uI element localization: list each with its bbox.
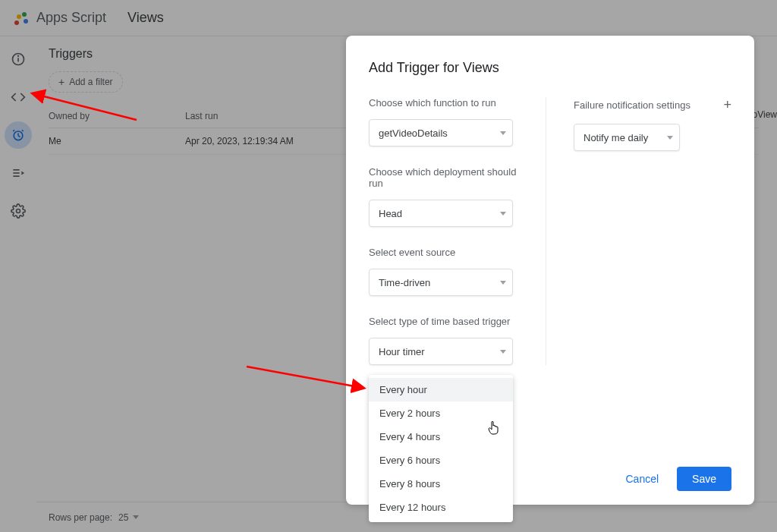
overview-nav[interactable] — [5, 46, 32, 73]
event-source-label: Select event source — [369, 247, 518, 258]
add-trigger-modal: Add Trigger for Views Choose which funct… — [346, 36, 754, 505]
event-source-value: Time-driven — [379, 277, 430, 288]
chevron-down-icon — [500, 212, 506, 216]
save-button[interactable]: Save — [677, 467, 731, 491]
svg-line-9 — [18, 136, 20, 137]
rows-per-page-value: 25 — [118, 512, 128, 523]
left-sidebar — [0, 36, 36, 532]
col-owner-header: Owned by — [49, 111, 185, 121]
app-logo: Apps Script — [12, 9, 106, 27]
trigger-type-select[interactable]: Hour timer — [369, 338, 513, 365]
interval-option[interactable]: Every 8 hours — [369, 472, 513, 496]
editor-nav[interactable] — [5, 83, 32, 111]
deployment-select[interactable]: Head — [369, 200, 513, 227]
cell-owner: Me — [49, 136, 185, 146]
event-source-select[interactable]: Time-driven — [369, 269, 513, 296]
chevron-down-icon — [133, 515, 139, 519]
chevron-down-icon — [500, 350, 506, 354]
svg-point-1 — [17, 14, 21, 19]
executions-icon — [11, 165, 26, 181]
settings-nav[interactable] — [5, 197, 32, 225]
trigger-type-value: Hour timer — [379, 346, 425, 357]
triggers-nav[interactable] — [5, 121, 32, 149]
deployment-value: Head — [379, 208, 402, 219]
failure-notif-value: Notify me daily — [584, 132, 648, 143]
plus-icon: + — [58, 76, 64, 88]
svg-line-11 — [22, 130, 24, 131]
rows-per-page-select[interactable]: 25 — [118, 512, 139, 523]
clock-icon — [11, 127, 26, 143]
interval-option[interactable]: Every hour — [369, 378, 513, 401]
function-select[interactable]: getVideoDetails — [369, 119, 513, 146]
function-label: Choose which function to run — [369, 97, 518, 109]
gear-icon — [11, 203, 26, 219]
chevron-down-icon — [667, 136, 673, 140]
svg-point-3 — [24, 19, 28, 24]
trigger-type-label: Select type of time based trigger — [369, 316, 518, 327]
apps-script-logo-icon — [12, 9, 30, 27]
svg-point-2 — [22, 12, 27, 17]
add-filter-label: Add a filter — [69, 77, 112, 87]
svg-point-6 — [18, 55, 19, 56]
svg-point-15 — [17, 209, 20, 213]
failure-notif-select[interactable]: Notify me daily — [574, 124, 680, 151]
rows-per-page-label: Rows per page: — [49, 512, 112, 523]
add-filter-chip[interactable]: + Add a filter — [49, 71, 123, 93]
interval-option[interactable]: Every 2 hours — [369, 401, 513, 425]
interval-option[interactable]: Every 6 hours — [369, 449, 513, 472]
code-icon — [11, 90, 26, 105]
add-notification-button[interactable]: + — [723, 97, 731, 113]
app-name: Apps Script — [36, 10, 106, 26]
svg-point-0 — [14, 20, 19, 25]
deployment-label: Choose which deployment should run — [369, 166, 518, 189]
function-value: getVideoDetails — [379, 127, 448, 139]
svg-line-10 — [13, 130, 14, 131]
project-name: Views — [127, 10, 164, 26]
interval-option[interactable]: Every 4 hours — [369, 425, 513, 449]
info-icon — [11, 52, 26, 67]
cancel-button[interactable]: Cancel — [616, 467, 668, 491]
app-header: Apps Script Views — [0, 0, 777, 36]
failure-notif-label: Failure notification settings — [574, 99, 690, 111]
executions-nav[interactable] — [5, 159, 32, 187]
chevron-down-icon — [500, 281, 506, 285]
interval-dropdown: Every hour Every 2 hours Every 4 hours E… — [369, 375, 513, 522]
interval-option[interactable]: Every 12 hours — [369, 496, 513, 519]
chevron-down-icon — [500, 131, 506, 135]
modal-title: Add Trigger for Views — [369, 60, 731, 76]
